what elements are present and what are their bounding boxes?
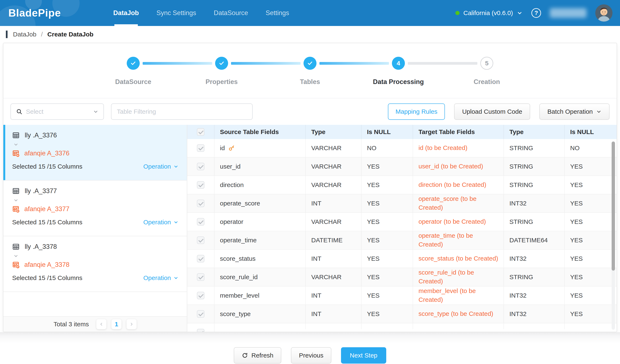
empty-cell [565,323,617,329]
mapping-rules-button[interactable]: Mapping Rules [388,104,445,120]
target-field-name: direction (to be Created) [418,180,486,189]
refresh-icon [242,352,248,359]
table-icon [12,132,20,139]
source-table-name: lly .A_3376 [25,132,57,139]
avatar[interactable] [595,4,612,22]
pagination-page-1[interactable]: 1 [111,319,122,329]
username-redacted[interactable] [550,8,587,18]
pagination-prev-button[interactable] [96,319,106,329]
target-type-cell: INT32 [504,287,565,304]
target-isnull-cell: YES [565,250,617,268]
table-filtering-input[interactable] [111,104,253,120]
primary-key-icon [228,145,235,152]
chevron-down-icon [173,164,178,169]
table-list-item-2[interactable]: lly .A_3377afanqie A_3377Selected 15 /15… [3,181,187,236]
nav-item-datasource[interactable]: DataSource [214,0,248,26]
header-target-table-fields-3: Target Table Fields [413,125,504,139]
target-field-name: member_level (to be Created) [418,287,498,304]
target-table-row: afanqie A_3378 [12,261,178,269]
source-table-row: lly .A_3376 [12,132,178,139]
source-field-name: operate_score [220,200,260,207]
chevron-down-icon [596,109,602,114]
source-isnull-cell: YES [361,287,413,304]
pagination-next-button[interactable] [126,319,137,329]
table-icon [12,187,20,195]
app-logo[interactable]: BladePipe [8,7,61,19]
operation-link[interactable]: Operation [143,219,178,226]
nav-item-datajob[interactable]: DataJob [113,0,139,26]
target-field-name: score_type (to be Created) [418,309,493,318]
step-label: Properties [205,78,237,86]
previous-button[interactable]: Previous [291,347,331,364]
nav-item-settings[interactable]: Settings [266,0,289,26]
source-type-cell: INT [306,250,361,268]
upload-custom-code-button[interactable]: Upload Custom Code [454,104,530,120]
source-isnull-cell: YES [361,250,413,268]
source-field-cell: direction [215,176,306,194]
target-isnull-cell: YES [565,213,617,231]
target-field-cell: operator (to be Created) [413,213,504,231]
refresh-button[interactable]: Refresh [234,347,281,364]
target-table-name: afanqie A_3376 [24,150,70,157]
table-select-dropdown[interactable]: Select [11,104,104,120]
source-type-cell: VARCHAR [306,157,361,176]
scrollbar-thumb[interactable] [612,142,615,271]
source-field-name: id [220,145,225,152]
operation-link[interactable]: Operation [143,163,178,170]
target-field-name: operate_score (to be Created) [418,194,498,212]
row-checkbox-cell [187,305,215,323]
item-footer-row: Selected 15 /15 ColumnsOperation [12,163,178,170]
empty-cell [306,323,361,329]
row-checkbox-cell [187,176,215,194]
breadcrumb-parent[interactable]: DataJob [13,31,36,38]
field-row-user_id: user_idVARCHARYESuser_id (to be Created)… [187,157,617,176]
operation-link[interactable]: Operation [143,274,178,281]
target-field-name: operator (to be Created) [418,217,486,226]
source-field-name: direction [220,181,244,188]
target-field-cell: user_id (to be Created) [413,157,504,176]
region-selector[interactable]: California (v0.6.0) [455,9,523,16]
step-circle-properties [215,57,228,70]
select-placeholder: Select [26,108,93,115]
source-field-name: score_status [220,255,256,262]
target-field-name: score_status (to be Created) [418,254,498,263]
step-circle-creation: 5 [480,57,493,70]
source-isnull-cell: YES [361,213,413,231]
help-icon[interactable]: ? [531,8,541,18]
source-field-cell: score_status [215,250,306,268]
field-row-operate_time: operate_timeDATETIMEYESoperate_time (to … [187,231,617,250]
batch-operation-label: Batch Operation [547,108,593,115]
batch-operation-button[interactable]: Batch Operation [539,104,609,120]
table-list-item-1[interactable]: lly .A_3376afanqie A_3376Selected 15 /15… [3,125,187,181]
header-type-1: Type [306,125,361,139]
nav-menu: DataJobSync SettingsDataSourceSettings [113,0,289,26]
header-is-null-5: Is NULL [565,125,617,139]
chevron-down-icon[interactable] [13,198,178,203]
item-footer-row: Selected 15 /15 ColumnsOperation [12,219,178,226]
checkbox-checked-disabled [197,144,204,152]
target-field-name: operate_time (to be Created) [418,231,498,249]
source-field-cell: score_rule_id [215,268,306,286]
source-type-cell: VARCHAR [306,139,361,157]
table-list-item-3[interactable]: lly .A_3378afanqie A_3378Selected 15 /15… [3,236,187,292]
search-icon [16,108,23,115]
target-type-cell: INT32 [504,250,565,268]
stepper-section: DataSourcePropertiesTables4Data Processi… [3,43,617,98]
chevron-down-icon[interactable] [13,142,178,147]
chevron-down-icon[interactable] [13,253,178,258]
target-table-name: afanqie A_3378 [24,261,70,269]
nav-item-sync-settings[interactable]: Sync Settings [156,0,196,26]
checkbox-checked-disabled [197,292,204,299]
next-step-button[interactable]: Next Step [341,347,386,364]
source-type-cell: INT [306,287,361,304]
source-type-cell: VARCHAR [306,176,361,194]
target-isnull-cell: YES [565,268,617,286]
operation-label: Operation [143,274,171,281]
header-is-null-2: Is NULL [361,125,413,139]
header-checkbox-cell [187,125,215,139]
target-field-name: id (to be Created) [418,143,467,152]
field-row-score_type: score_typeINTYESscore_type (to be Create… [187,305,617,323]
target-type-cell: STRING [504,268,565,286]
source-type-cell: VARCHAR [306,268,361,286]
checkbox-checked-disabled [197,255,204,262]
